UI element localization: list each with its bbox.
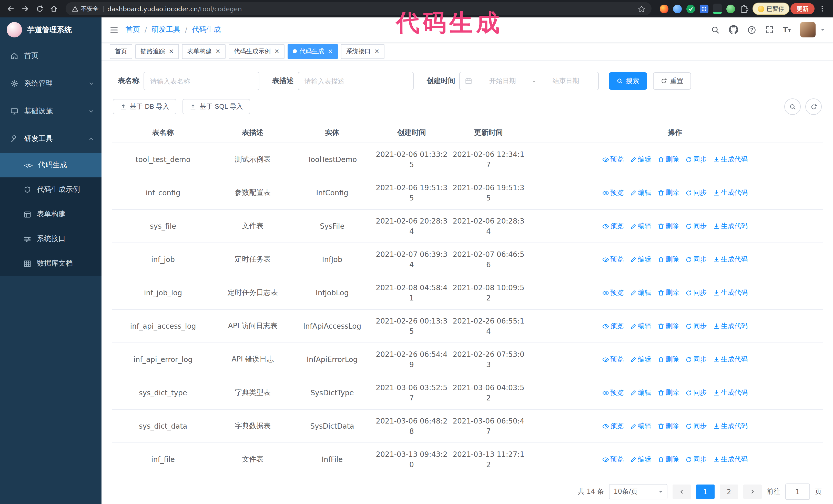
sync-link[interactable]: 同步: [685, 455, 707, 464]
delete-link[interactable]: 删除: [658, 422, 679, 431]
page-size-select[interactable]: 10条/页: [609, 484, 667, 499]
update-button[interactable]: 更新: [790, 3, 814, 14]
sidebar-item-home[interactable]: 首页: [0, 42, 101, 70]
edit-link[interactable]: 编辑: [630, 155, 651, 164]
preview-link[interactable]: 预览: [602, 455, 624, 464]
tab-codegen[interactable]: 代码生成×: [288, 44, 338, 59]
edit-link[interactable]: 编辑: [630, 188, 651, 197]
sidebar-item-form-builder[interactable]: 表单构建: [0, 202, 101, 226]
edit-link[interactable]: 编辑: [630, 288, 651, 297]
sidebar-item-codegen[interactable]: </> 代码生成: [0, 153, 101, 177]
app-logo[interactable]: 芋道管理系统: [0, 18, 101, 42]
back-button[interactable]: [4, 2, 18, 16]
breadcrumb-home[interactable]: 首页: [125, 25, 140, 34]
generate-code-link[interactable]: 生成代码: [713, 355, 748, 364]
extension-icon-people[interactable]: [699, 4, 708, 13]
tab-form-builder[interactable]: 表单构建×: [182, 44, 225, 59]
paused-badge[interactable]: 已暂停: [752, 3, 789, 15]
avatar-caret-icon[interactable]: [821, 29, 825, 33]
preview-link[interactable]: 预览: [602, 188, 624, 197]
table-name-input[interactable]: [144, 72, 259, 90]
generate-code-link[interactable]: 生成代码: [713, 321, 748, 331]
extension-icon-terminal[interactable]: [713, 3, 721, 14]
generate-code-link[interactable]: 生成代码: [713, 388, 748, 398]
font-size-button[interactable]: TT: [783, 26, 791, 34]
extension-icon-firefox[interactable]: [660, 4, 668, 13]
collapse-menu-button[interactable]: [110, 25, 118, 34]
sync-link[interactable]: 同步: [685, 321, 707, 331]
sync-link[interactable]: 同步: [685, 155, 707, 164]
refresh-table-button[interactable]: [805, 98, 822, 115]
github-button[interactable]: [729, 25, 738, 34]
extension-icon-leaf[interactable]: [726, 4, 735, 13]
forward-button[interactable]: [19, 2, 32, 16]
edit-link[interactable]: 编辑: [630, 321, 651, 331]
chrome-home-button[interactable]: [47, 2, 61, 16]
user-avatar[interactable]: [800, 22, 815, 38]
breadcrumb-devtools[interactable]: 研发工具: [151, 25, 180, 34]
delete-link[interactable]: 删除: [658, 155, 679, 164]
search-submit-button[interactable]: 搜索: [609, 72, 647, 90]
sidebar-item-infra[interactable]: 基础设施: [0, 97, 101, 125]
tab-home[interactable]: 首页: [110, 44, 132, 59]
preview-link[interactable]: 预览: [602, 388, 624, 398]
sync-link[interactable]: 同步: [685, 388, 707, 398]
delete-link[interactable]: 删除: [658, 255, 679, 264]
edit-link[interactable]: 编辑: [630, 455, 651, 464]
extension-icon-drop[interactable]: [673, 4, 682, 13]
sync-link[interactable]: 同步: [685, 188, 707, 197]
tab-tracing[interactable]: 链路追踪×: [135, 44, 179, 59]
sync-link[interactable]: 同步: [685, 355, 707, 364]
delete-link[interactable]: 删除: [658, 355, 679, 364]
extensions-puzzle-icon[interactable]: [739, 4, 748, 13]
generate-code-link[interactable]: 生成代码: [713, 455, 748, 464]
fullscreen-button[interactable]: [766, 26, 774, 34]
delete-link[interactable]: 删除: [658, 188, 679, 197]
header-search-button[interactable]: [711, 25, 720, 34]
generate-code-link[interactable]: 生成代码: [713, 288, 748, 297]
bookmark-star-button[interactable]: [638, 5, 645, 13]
generate-code-link[interactable]: 生成代码: [713, 188, 748, 197]
preview-link[interactable]: 预览: [602, 422, 624, 431]
extension-icon-check[interactable]: [686, 4, 695, 13]
import-db-button[interactable]: 基于 DB 导入: [113, 99, 176, 114]
sidebar-item-system[interactable]: 系统管理: [0, 70, 101, 97]
page-button-1[interactable]: 1: [696, 484, 715, 499]
import-sql-button[interactable]: 基于 SQL 导入: [183, 99, 251, 114]
reset-button[interactable]: 重置: [653, 72, 691, 90]
address-bar[interactable]: 不安全 dashboard.yudao.iocoder.cn/tool/code…: [66, 2, 651, 16]
close-icon[interactable]: ×: [274, 48, 279, 54]
browser-menu-button[interactable]: [815, 2, 829, 16]
edit-link[interactable]: 编辑: [630, 388, 651, 398]
preview-link[interactable]: 预览: [602, 255, 624, 264]
help-button[interactable]: [748, 25, 756, 34]
sync-link[interactable]: 同步: [685, 422, 707, 431]
generate-code-link[interactable]: 生成代码: [713, 221, 748, 231]
sidebar-item-devtools[interactable]: 研发工具: [0, 125, 101, 153]
sidebar-item-codegen-example[interactable]: 代码生成示例: [0, 177, 101, 202]
close-icon[interactable]: ×: [169, 48, 174, 54]
tab-codegen-example[interactable]: 代码生成示例×: [229, 44, 285, 59]
generate-code-link[interactable]: 生成代码: [713, 155, 748, 164]
hide-search-button[interactable]: [784, 98, 801, 115]
delete-link[interactable]: 删除: [658, 221, 679, 231]
sync-link[interactable]: 同步: [685, 221, 707, 231]
tab-api[interactable]: 系统接口×: [341, 44, 385, 59]
delete-link[interactable]: 删除: [658, 288, 679, 297]
sync-link[interactable]: 同步: [685, 288, 707, 297]
reload-button[interactable]: [33, 2, 46, 16]
preview-link[interactable]: 预览: [602, 155, 624, 164]
goto-page-input[interactable]: [785, 483, 810, 500]
preview-link[interactable]: 预览: [602, 288, 624, 297]
delete-link[interactable]: 删除: [658, 388, 679, 398]
next-page-button[interactable]: [743, 484, 762, 499]
delete-link[interactable]: 删除: [658, 321, 679, 331]
prev-page-button[interactable]: [672, 484, 691, 499]
preview-link[interactable]: 预览: [602, 321, 624, 331]
preview-link[interactable]: 预览: [602, 355, 624, 364]
edit-link[interactable]: 编辑: [630, 221, 651, 231]
generate-code-link[interactable]: 生成代码: [713, 422, 748, 431]
table-desc-input[interactable]: [298, 72, 414, 90]
sidebar-item-api[interactable]: 系统接口: [0, 226, 101, 251]
edit-link[interactable]: 编辑: [630, 355, 651, 364]
